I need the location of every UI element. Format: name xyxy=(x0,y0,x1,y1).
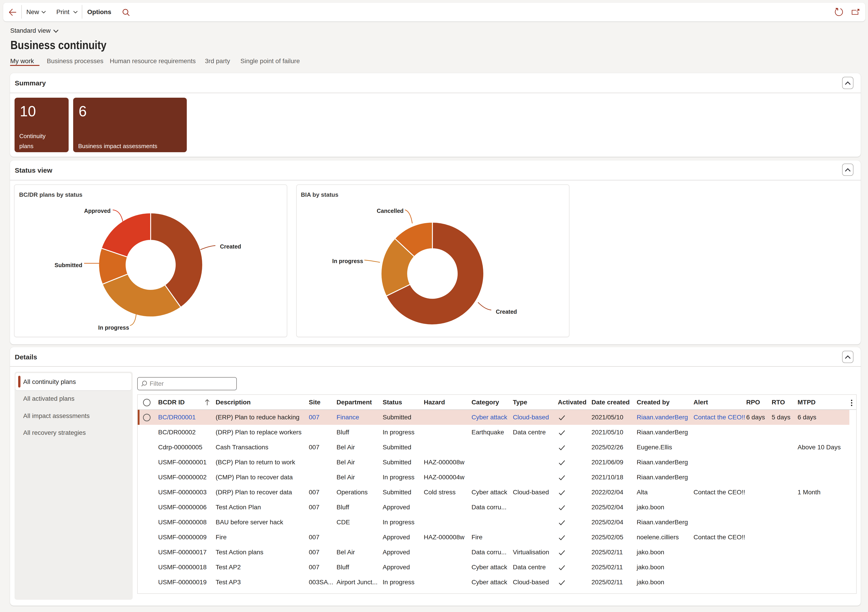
svg-text:Approved: Approved xyxy=(84,208,111,214)
svg-text:In progress: In progress xyxy=(332,257,363,264)
svg-text:Created: Created xyxy=(220,243,241,249)
svg-text:In progress: In progress xyxy=(98,324,129,330)
svg-text:Created: Created xyxy=(496,308,517,315)
svg-text:Cancelled: Cancelled xyxy=(377,208,403,214)
svg-text:Submitted: Submitted xyxy=(54,262,82,268)
